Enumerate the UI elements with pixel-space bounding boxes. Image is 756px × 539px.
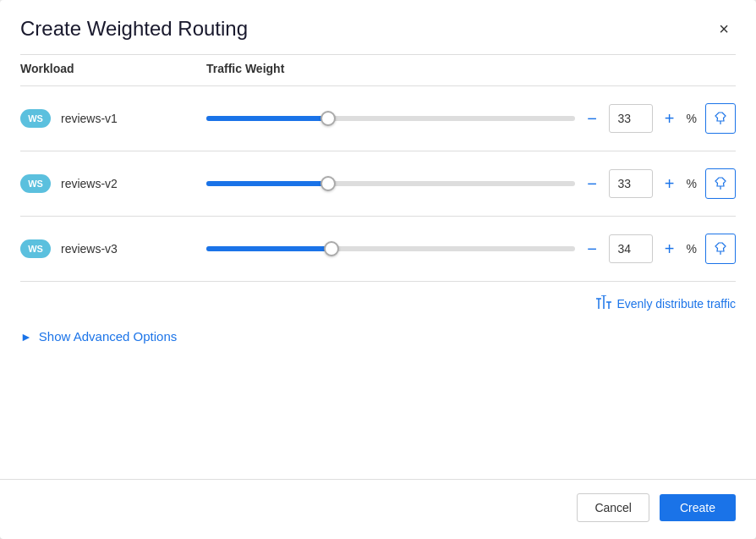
dialog-header: Create Weighted Routing ×	[0, 0, 756, 54]
distribute-row: Evenly distribute traffic	[20, 282, 736, 319]
cancel-button[interactable]: Cancel	[577, 493, 649, 522]
pin-button-1[interactable]	[705, 103, 736, 134]
workload-info-2: WS reviews-v2	[20, 174, 206, 193]
table-row: WS reviews-v3 − + %	[20, 217, 736, 282]
plus-button-2[interactable]: +	[661, 173, 678, 194]
minus-button-3[interactable]: −	[583, 239, 600, 259]
create-button[interactable]: Create	[660, 494, 736, 521]
workload-name-1: reviews-v1	[61, 112, 118, 125]
traffic-controls-3: − + %	[206, 234, 736, 264]
percent-label-2: %	[687, 177, 697, 190]
table-row: WS reviews-v2 − + %	[20, 151, 736, 217]
pin-icon-3	[715, 242, 726, 256]
dialog-footer: Cancel Create	[0, 479, 756, 539]
distribute-label: Evenly distribute traffic	[616, 297, 736, 311]
workload-name-2: reviews-v2	[61, 177, 118, 190]
traffic-controls-1: − + %	[206, 103, 736, 134]
pin-button-2[interactable]	[705, 168, 736, 199]
table-row: WS reviews-v1 − + %	[20, 86, 736, 151]
ws-badge-1: WS	[20, 109, 51, 128]
workload-info-3: WS reviews-v3	[20, 239, 206, 258]
create-weighted-routing-dialog: Create Weighted Routing × Workload Traff…	[0, 0, 756, 539]
percent-label-3: %	[687, 242, 697, 256]
ws-badge-3: WS	[20, 239, 51, 258]
slider-container-3[interactable]	[206, 240, 575, 257]
percent-label-1: %	[687, 112, 697, 125]
plus-button-1[interactable]: +	[661, 108, 678, 129]
workload-info-1: WS reviews-v1	[20, 109, 206, 128]
advanced-options-row: ► Show Advanced Options	[20, 319, 736, 354]
distribute-traffic-icon	[596, 295, 611, 309]
col-workload-label: Workload	[20, 62, 206, 75]
plus-button-3[interactable]: +	[661, 239, 678, 259]
minus-button-1[interactable]: −	[583, 108, 600, 129]
traffic-controls-2: − + %	[206, 168, 736, 199]
table-header: Workload Traffic Weight	[20, 55, 736, 85]
workload-name-3: reviews-v3	[61, 242, 118, 256]
col-traffic-label: Traffic Weight	[206, 62, 736, 75]
distribute-button[interactable]: Evenly distribute traffic	[596, 295, 736, 312]
dialog-body: Workload Traffic Weight WS reviews-v1 −	[0, 54, 756, 479]
pin-icon-2	[715, 177, 726, 190]
advanced-chevron-icon: ►	[20, 330, 32, 344]
value-input-2[interactable]	[609, 169, 653, 198]
ws-badge-2: WS	[20, 174, 51, 193]
value-input-3[interactable]	[609, 234, 653, 263]
distribute-icon	[596, 295, 611, 312]
show-advanced-options-button[interactable]: Show Advanced Options	[39, 329, 177, 344]
slider-container-2[interactable]	[206, 175, 575, 192]
pin-icon-1	[715, 112, 726, 125]
dialog-title: Create Weighted Routing	[20, 17, 248, 41]
close-button[interactable]: ×	[712, 17, 736, 41]
value-input-1[interactable]	[609, 104, 653, 133]
pin-button-3[interactable]	[705, 234, 736, 264]
minus-button-2[interactable]: −	[583, 173, 600, 194]
slider-container-1[interactable]	[206, 110, 575, 127]
